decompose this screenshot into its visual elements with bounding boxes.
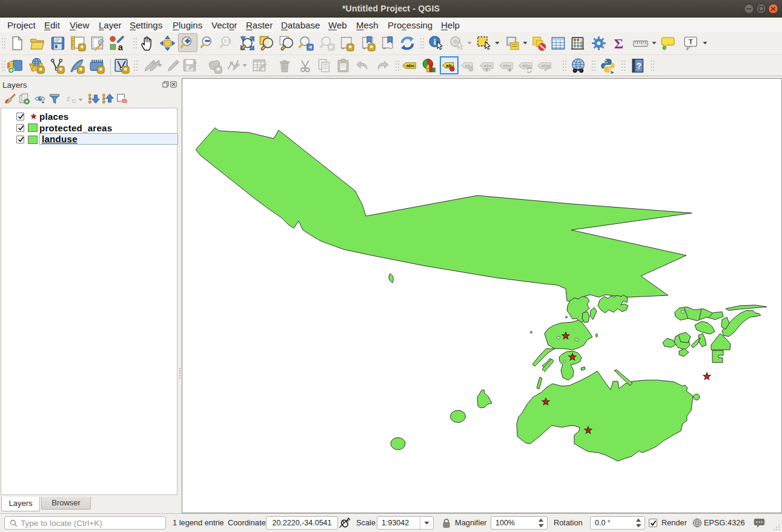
svg-text:Σ: Σ (614, 35, 623, 51)
svg-text:T: T (688, 38, 693, 46)
svg-text:?: ? (636, 61, 641, 70)
svg-text:ε: ε (67, 93, 70, 103)
svg-text:abc: abc (406, 63, 414, 68)
svg-text:abc: abc (503, 63, 511, 68)
svg-text:a: a (118, 42, 123, 51)
svg-text:i: i (433, 36, 436, 46)
svg-text:abc: abc (483, 63, 492, 68)
svg-text:1:1: 1:1 (223, 38, 230, 44)
